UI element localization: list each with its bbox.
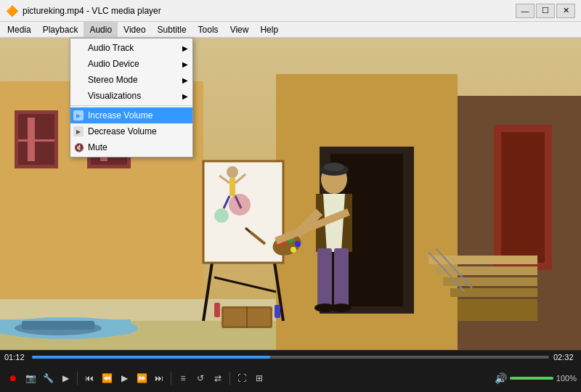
volume-fill [510,377,553,380]
dropdown-decrease-volume[interactable]: ▶ Decrease Volume [70,123,192,139]
play-button[interactable]: ▶ [57,370,73,386]
svg-rect-26 [458,299,537,321]
volume-slider[interactable] [510,377,553,380]
submenu-arrow: ▶ [182,60,188,68]
progress-area: 01:12 02:32 [0,351,581,364]
dropdown-audio-track[interactable]: Audio Track ▶ [70,40,192,56]
app-icon: 🔶 [6,5,18,17]
skip-back-button[interactable]: ⏮ [81,370,97,386]
svg-rect-49 [317,248,332,306]
svg-rect-22 [428,256,537,264]
window-title: pictureking.mp4 - VLC media player [23,6,516,16]
mute-icon: 🔇 [73,142,85,153]
next-button[interactable]: ⏩ [134,370,150,386]
loop-button[interactable]: ↺ [192,370,208,386]
svg-rect-34 [229,178,235,196]
minimize-button[interactable]: — [516,4,535,18]
svg-point-58 [290,247,296,253]
submenu-arrow: ▶ [182,76,188,84]
menu-video[interactable]: Video [118,22,151,38]
dropdown-visualizations[interactable]: Visualizations ▶ [70,88,192,104]
close-button[interactable]: ✕ [556,4,575,18]
increase-volume-icon: ▶ [73,110,84,121]
play-pause-button[interactable]: ▶ [116,370,132,386]
svg-point-39 [229,194,251,216]
decrease-volume-icon: ▶ [73,126,84,136]
separator2 [171,372,171,385]
menu-bar: Media Playback Audio Video Subtitle Tool… [0,22,581,38]
maximize-button[interactable]: ☐ [536,4,555,18]
extra-buttons: ≡ ↺ ⇄ [174,370,227,386]
time-elapsed: 01:12 [4,353,28,362]
svg-point-52 [331,303,352,312]
svg-rect-65 [214,303,220,317]
svg-rect-15 [22,321,94,330]
dropdown-increase-volume[interactable]: ▶ Increase Volume [70,107,192,123]
extended2-button[interactable]: ⊞ [251,370,267,386]
svg-point-57 [295,241,301,247]
svg-rect-23 [436,266,537,275]
svg-rect-24 [443,277,537,286]
svg-rect-50 [334,248,349,306]
svg-point-43 [324,163,344,171]
menu-audio[interactable]: Audio [84,22,118,38]
progress-fill [32,356,270,359]
dropdown-audio-device[interactable]: Audio Device ▶ [70,56,192,72]
volume-area: 🔊 100% [495,372,577,384]
volume-label: 100% [556,374,577,383]
title-bar: 🔶 pictureking.mp4 - VLC media player — ☐… [0,0,581,22]
buttons-row: ⏺ 📷 🔧 ▶ ⏮ ⏪ ▶ ⏩ ⏭ ≡ ↺ ⇄ ⛶ ⊞ 🔊 [0,364,581,392]
controls-bar: 01:12 02:32 ⏺ 📷 🔧 ▶ ⏮ ⏪ ▶ ⏩ ⏭ ≡ ↺ ⇄ ⛶ ⊞ [0,350,581,392]
view-buttons: ⛶ ⊞ [233,370,268,386]
submenu-arrow: ▶ [182,44,188,52]
record-button[interactable]: ⏺ [5,370,21,386]
menu-view[interactable]: View [224,22,255,38]
playback-buttons: ⏮ ⏪ ▶ ⏩ ⏭ [81,370,168,386]
submenu-arrow: ▶ [182,92,188,100]
snapshot-button[interactable]: 📷 [23,370,38,386]
playlist-button[interactable]: ≡ [175,370,191,386]
menu-tools[interactable]: Tools [192,22,224,38]
dropdown-stereo-mode[interactable]: Stereo Mode ▶ [70,72,192,88]
audio-dropdown: Audio Track ▶ Audio Device ▶ Stereo Mode… [70,38,193,158]
progress-bar[interactable] [32,356,549,359]
separator3 [229,372,230,385]
extended-button[interactable]: 🔧 [40,370,56,386]
menu-media[interactable]: Media [1,22,37,38]
fullscreen-button[interactable]: ⛶ [234,370,250,386]
prev-button[interactable]: ⏪ [99,370,115,386]
time-total: 02:32 [553,353,577,362]
menu-subtitle[interactable]: Subtitle [152,22,192,38]
svg-rect-66 [275,305,280,318]
skip-forward-button[interactable]: ⏭ [151,370,167,386]
volume-icon: 🔊 [495,372,507,384]
svg-rect-5 [18,139,54,142]
svg-rect-21 [501,132,545,263]
svg-point-33 [227,166,238,178]
dropdown-mute[interactable]: 🔇 Mute [70,139,192,155]
separator [77,372,78,385]
menu-playback[interactable]: Playback [37,22,84,38]
menu-separator [70,105,192,106]
menu-help[interactable]: Help [254,22,284,38]
svg-point-40 [214,208,229,223]
window-controls: — ☐ ✕ [516,4,575,18]
random-button[interactable]: ⇄ [210,370,226,386]
